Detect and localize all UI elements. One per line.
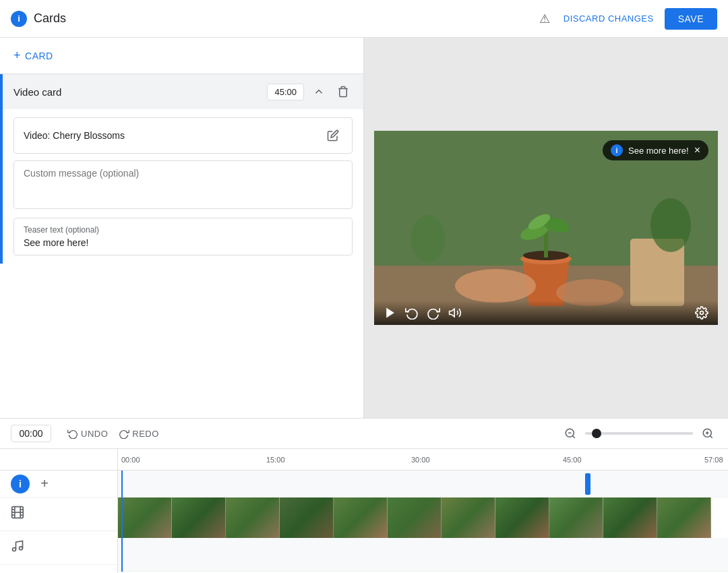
strip-cell [280, 497, 334, 538]
strip-cell [118, 497, 172, 538]
video-track-icon [11, 506, 24, 522]
strip-cell [172, 497, 226, 538]
zoom-slider-thumb[interactable] [592, 429, 601, 438]
add-card-button[interactable]: + CARD [13, 49, 53, 63]
video-strip [118, 497, 728, 538]
left-panel: + CARD Video card 45:00 [0, 38, 364, 418]
svg-point-32 [13, 548, 16, 551]
card-marker[interactable] [585, 473, 590, 495]
strip-cell [657, 497, 711, 538]
volume-button[interactable] [448, 306, 462, 320]
strip-cell [495, 497, 549, 538]
strip-cell [334, 497, 388, 538]
timeline-sidebar-header [0, 449, 117, 471]
rewind-button[interactable] [405, 306, 419, 320]
undo-label: UNDO [81, 429, 108, 439]
ruler-label-4: 57:08 [704, 456, 723, 464]
save-button[interactable]: SAVE [665, 8, 717, 30]
svg-point-13 [411, 215, 445, 262]
tooltip-close-button[interactable]: × [694, 145, 700, 156]
page-title: Cards [34, 11, 66, 26]
video-tooltip: i See more here! × [603, 140, 708, 160]
playhead [121, 471, 123, 572]
strip-cell [226, 497, 280, 538]
video-bottom-bar [374, 301, 718, 325]
video-card-title: Video card [13, 86, 61, 98]
card-body: Video: Cherry Blossoms Teaser text (opti… [3, 109, 363, 264]
video-card-header: Video card 45:00 [3, 74, 363, 109]
svg-marker-15 [450, 309, 455, 317]
warning-icon: ⚠ [537, 11, 553, 27]
ruler-label-3: 45:00 [563, 456, 582, 464]
video-controls-left [384, 306, 462, 320]
top-bar-right: ⚠ DISCARD CHANGES SAVE [537, 8, 717, 30]
svg-marker-14 [386, 308, 394, 318]
delete-button[interactable] [334, 82, 353, 101]
strip-cell [603, 497, 657, 538]
undo-redo-controls: UNDO REDO [67, 428, 159, 439]
svg-point-16 [700, 311, 704, 315]
card-marker-row [118, 471, 728, 497]
zoom-in-button[interactable] [698, 424, 717, 443]
redo-label: REDO [132, 429, 159, 439]
redo-button[interactable]: REDO [119, 428, 159, 439]
zoom-controls [561, 424, 717, 443]
teaser-value: See more here! [24, 237, 342, 248]
undo-button[interactable]: UNDO [67, 428, 108, 439]
ruler-label-1: 15:00 [266, 456, 285, 464]
main-layout: + CARD Video card 45:00 [0, 38, 728, 418]
ruler-label-0: 00:00 [121, 456, 140, 464]
video-card-section: Video card 45:00 [0, 74, 363, 264]
timeline-area: i + [0, 449, 728, 573]
timeline-sidebar: i + [0, 449, 118, 573]
bottom-bar: 00:00 UNDO REDO [0, 418, 728, 573]
add-card-label: CARD [25, 51, 53, 61]
tooltip-info-icon: i [611, 144, 623, 156]
add-card-row: + CARD [0, 38, 363, 74]
music-track-icon [11, 539, 24, 556]
discard-changes-button[interactable]: DISCARD CHANGES [564, 13, 654, 24]
timeline-tracks-content [118, 471, 728, 572]
video-card-controls: 45:00 [267, 82, 353, 101]
strip-cell [388, 497, 442, 538]
video-strip-row [118, 497, 728, 538]
right-panel: i See more here! × [364, 38, 728, 418]
music-row [118, 538, 728, 572]
svg-point-12 [650, 198, 691, 252]
cards-track-row: i + [0, 471, 117, 497]
timestamp-badge: 45:00 [267, 84, 304, 100]
top-bar-left: i Cards [11, 11, 66, 27]
svg-point-33 [20, 547, 23, 550]
video-track-row [0, 497, 117, 531]
strip-cell [442, 497, 495, 538]
timeline-content: 00:00 15:00 30:00 45:00 57:08 [118, 449, 728, 573]
info-icon: i [11, 11, 27, 27]
top-bar: i Cards ⚠ DISCARD CHANGES SAVE [0, 0, 728, 38]
settings-button[interactable] [695, 306, 708, 320]
zoom-out-button[interactable] [561, 424, 580, 443]
music-track-row [0, 531, 117, 565]
teaser-text-box: Teaser text (optional) See more here! [13, 218, 353, 255]
zoom-slider[interactable] [585, 432, 693, 435]
svg-line-18 [572, 435, 574, 438]
collapse-button[interactable] [309, 82, 328, 101]
strip-cell [549, 497, 603, 538]
ruler-label-2: 30:00 [411, 456, 430, 464]
svg-line-21 [710, 435, 712, 438]
custom-message-input[interactable] [13, 160, 353, 209]
plus-icon: + [13, 49, 21, 63]
cards-track-icon: i [11, 475, 30, 493]
video-preview: i See more here! × [374, 131, 718, 325]
fast-forward-button[interactable] [427, 306, 440, 320]
tooltip-text: See more here! [628, 146, 689, 156]
time-display: 00:00 [11, 425, 51, 442]
svg-point-9 [455, 269, 536, 303]
timeline-ruler: 00:00 15:00 30:00 45:00 57:08 [118, 449, 728, 471]
play-button[interactable] [384, 306, 397, 320]
timeline-controls: 00:00 UNDO REDO [0, 419, 728, 449]
timeline-sidebar-tracks: i + [0, 471, 117, 565]
add-card-track-button[interactable]: + [35, 475, 54, 493]
edit-video-button[interactable] [324, 126, 342, 145]
video-ref-label: Video: Cherry Blossoms [24, 130, 125, 141]
video-ref-row: Video: Cherry Blossoms [13, 117, 353, 154]
